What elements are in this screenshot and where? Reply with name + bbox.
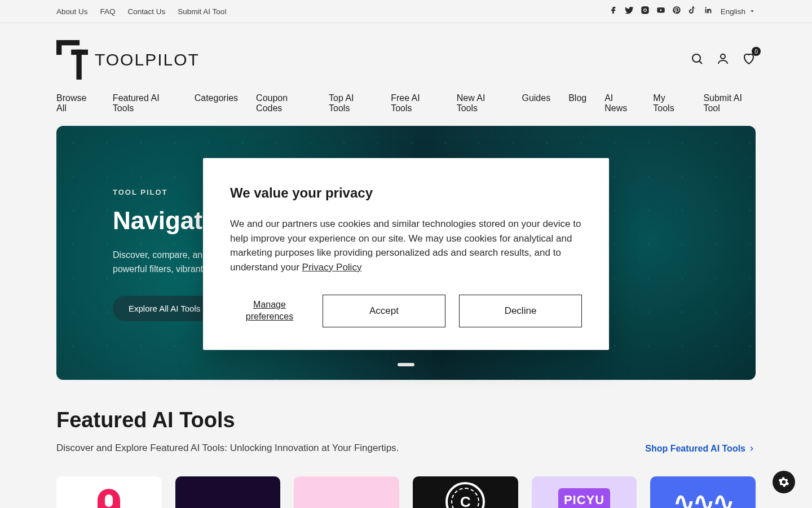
accept-button[interactable]: Accept [323, 295, 445, 327]
cookie-modal: We value your privacy We and our partner… [0, 0, 812, 508]
decline-button[interactable]: Decline [459, 295, 582, 327]
modal-body: We and our partners use cookies and simi… [230, 217, 582, 274]
modal-title: We value your privacy [230, 185, 582, 201]
manage-preferences-link[interactable]: Manage preferences [230, 299, 309, 323]
cookie-modal-box: We value your privacy We and our partner… [203, 158, 609, 350]
privacy-policy-link[interactable]: Privacy Policy [302, 262, 362, 273]
